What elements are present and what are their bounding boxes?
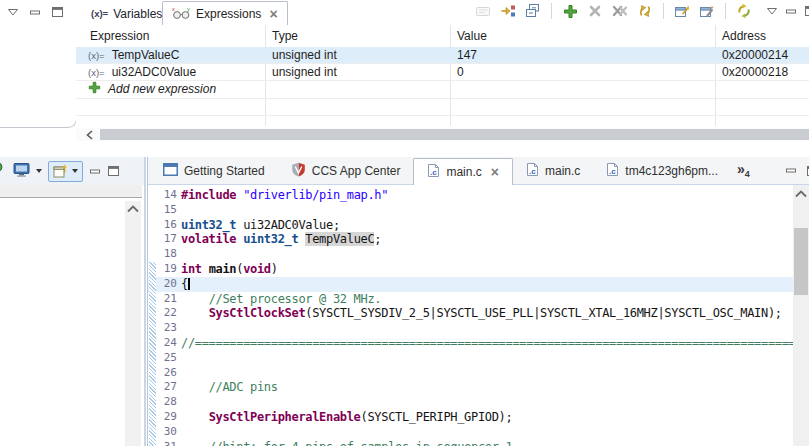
console-vscrollbar[interactable] [125, 201, 141, 446]
editor-tab-strip: Getting Started CCS App Center .c main.c… [148, 157, 809, 185]
console-toolbar [0, 157, 144, 185]
table-row[interactable]: (x)=ui32ADC0Valueunsigned int00x20000218 [76, 64, 809, 81]
line-number: 27 [156, 380, 177, 395]
expressions-minimize-icon[interactable] [785, 6, 797, 17]
line-number: 23 [156, 321, 177, 336]
tab-ccs-app-center[interactable]: CCS App Center [278, 157, 414, 184]
table-row[interactable]: (x)=TempValueCunsigned int1470x20000214 [76, 47, 809, 64]
code-line: 21 //Set processor @ 32 MHz. [148, 292, 793, 307]
console-minimize-icon[interactable] [89, 166, 101, 177]
welcome-icon [163, 163, 178, 179]
remove-all-expressions-icon[interactable] [611, 2, 629, 20]
add-new-expression-row[interactable]: Add new expression [76, 81, 809, 98]
line-text: SysCtlClockSet(SYSCTL_SYSDIV_2_5|SYSCTL_… [181, 306, 782, 320]
reevaluate-expressions-icon[interactable] [636, 2, 654, 20]
maximize-icon[interactable] [51, 6, 64, 18]
left-view-stack [0, 0, 77, 128]
tab-main-c[interactable]: .c main.c [513, 157, 593, 184]
line-number: 22 [156, 306, 177, 321]
open-console-dropdown-icon[interactable] [72, 169, 78, 173]
cell-expression: (x)=TempValueC [76, 48, 265, 62]
pin-console-icon[interactable] [0, 162, 7, 181]
cell-address: 0x20000214 [715, 48, 809, 62]
console-dropdown-icon[interactable] [36, 169, 42, 173]
refresh-icon[interactable] [735, 2, 753, 20]
code-line: 31 //hint: for 4 pins of samples in sequ… [148, 440, 793, 446]
left-stack-controls [7, 6, 64, 18]
close-tab-icon[interactable]: × [269, 9, 277, 19]
line-text: //hint: for 4 pins of samples in sequenc… [181, 440, 512, 446]
scroll-up-arrow-icon[interactable] [125, 204, 141, 213]
column-header-expression: Expression [90, 29, 149, 43]
show-logical-structure-icon[interactable] [499, 2, 517, 20]
line-number: 26 [156, 366, 177, 381]
expressions-maximize-icon[interactable] [804, 5, 809, 17]
add-expression-icon[interactable] [561, 2, 579, 20]
scroll-up-arrow-icon[interactable] [794, 189, 808, 198]
code-line: 30 [148, 425, 793, 440]
minimize-icon[interactable] [29, 7, 41, 18]
tab-expressions[interactable]: xy Expressions × [162, 1, 288, 26]
code-line: 24//====================================… [148, 336, 793, 351]
expressions-table-header: Expression Type Value Address [76, 25, 809, 48]
cell-value: 0 [450, 65, 715, 79]
code-line: 15 [148, 203, 793, 218]
code-line: 14#include "driverlib/pin_map.h" [148, 188, 793, 203]
scroll-left-arrow-icon[interactable] [82, 128, 98, 141]
expressions-hscrollbar[interactable] [76, 128, 809, 141]
editor-vscrollbar[interactable] [793, 185, 809, 446]
open-console-button[interactable] [48, 161, 83, 182]
hscrollbar-thumb[interactable] [100, 129, 809, 140]
expressions-view: (x)= Variables xy Expressions × [76, 0, 809, 141]
view-menu-icon[interactable] [7, 7, 19, 17]
code-line: 29 SysCtlPeripheralEnable(SYSCTL_PERIPH_… [148, 410, 793, 425]
tab-label: tm4c123gh6pm... [625, 164, 718, 178]
console-maximize-icon[interactable] [107, 165, 120, 177]
editor-minimize-icon[interactable] [785, 165, 797, 176]
code-line: 17volatile uint32_t TempValueC; [148, 232, 793, 247]
edit-watch-expression-icon[interactable] [698, 2, 716, 20]
open-new-view-icon[interactable] [673, 2, 691, 20]
tab-main-c-active[interactable]: .c main.c × [413, 158, 513, 185]
line-text: //Set processor @ 32 MHz. [181, 292, 381, 306]
show-type-names-icon[interactable] [474, 2, 492, 20]
editor-window-controls [785, 165, 809, 177]
code-line: 22 SysCtlClockSet(SYSCTL_SYSDIV_2_5|SYSC… [148, 306, 793, 321]
vscrollbar-thumb[interactable] [794, 228, 808, 295]
add-new-expression-label: Add new expression [108, 82, 216, 96]
close-tab-icon[interactable]: × [491, 167, 499, 177]
expression-name: TempValueC [112, 48, 180, 62]
line-text: SysCtlPeripheralEnable(SYSCTL_PERIPH_GPI… [181, 410, 512, 424]
svg-text:x: x [172, 6, 175, 12]
expression-name: ui32ADC0Value [112, 65, 197, 79]
tab-tm4c123gh6pm[interactable]: .c tm4c123gh6pm... [593, 157, 731, 184]
line-text: #include "driverlib/pin_map.h" [181, 188, 388, 202]
tab-label: CCS App Center [312, 164, 401, 178]
code-lines: 14#include "driverlib/pin_map.h"1516uint… [148, 188, 793, 446]
expressions-view-menu-icon[interactable] [766, 6, 778, 16]
line-number: 24 [156, 336, 177, 351]
remove-expression-icon[interactable] [586, 2, 604, 20]
display-selected-console-icon[interactable] [13, 162, 30, 180]
line-text: uint32_t ui32ADC0Value; [181, 218, 340, 232]
code-line: 28 [148, 395, 793, 410]
tab-overflow-indicator[interactable]: » 4 [737, 163, 750, 179]
ide-window: (x)= Variables xy Expressions × [0, 0, 809, 446]
line-number: 16 [156, 218, 177, 233]
line-number: 15 [156, 203, 177, 218]
vertical-sash[interactable] [144, 157, 146, 446]
cell-type: unsigned int [265, 48, 450, 62]
tab-variables[interactable]: (x)= Variables [84, 3, 169, 24]
variable-icon: (x)= [88, 67, 105, 78]
expression-rows: (x)=TempValueCunsigned int1470x20000214(… [76, 47, 809, 81]
line-number: 19 [156, 262, 177, 277]
tab-getting-started[interactable]: Getting Started [150, 157, 278, 184]
collapse-all-icon[interactable] [524, 2, 542, 20]
column-header-address: Address [722, 29, 766, 43]
expressions-tab-strip: (x)= Variables xy Expressions × [76, 0, 809, 25]
column-header-value: Value [457, 29, 487, 43]
line-number: 29 [156, 410, 177, 425]
tab-variables-label: Variables [113, 7, 162, 21]
add-plus-icon [88, 81, 101, 97]
code-editor[interactable]: 14#include "driverlib/pin_map.h"1516uint… [148, 185, 809, 446]
